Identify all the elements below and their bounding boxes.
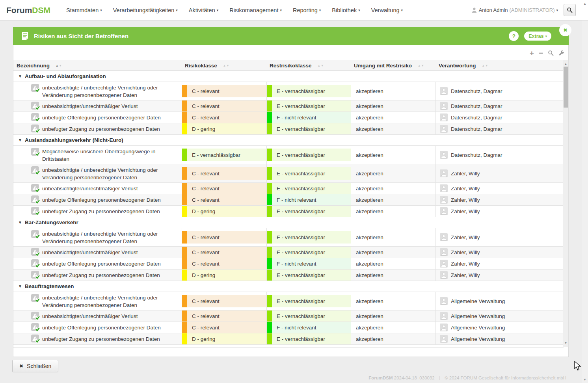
responsible-name: Allgemeine Verwaltung <box>451 325 505 331</box>
handling-label: akzeptieren <box>356 103 383 109</box>
menu-verarbeitungstaetigkeiten[interactable]: Verarbeitungstätigkeiten▾ <box>108 7 183 13</box>
help-button[interactable]: ? <box>509 31 519 41</box>
risk-row[interactable]: unbefugte Offenlegung personenbezogener … <box>13 258 564 270</box>
page-scrollbar[interactable] <box>582 20 588 383</box>
search-icon <box>567 7 573 13</box>
risk-name-cell: unbefugte Offenlegung personenbezogener … <box>13 194 182 205</box>
collapse-caret-icon[interactable]: ▼ <box>18 74 22 78</box>
risk-row[interactable]: Möglicherweise unsichere Übertragungsweg… <box>13 146 564 164</box>
risk-name: unbefugte Offenlegung personenbezogener … <box>42 324 164 331</box>
risk-row[interactable]: unbefugter Zugang zu personenbezogenen D… <box>13 206 564 217</box>
risk-name: unbefugte Offenlegung personenbezogener … <box>42 260 164 268</box>
risk-row[interactable]: unbefugte Offenlegung personenbezogener … <box>13 194 564 206</box>
sort-icon[interactable]: ▲▼ <box>482 64 489 67</box>
residual-risk-label: E - vernachlässigbar <box>272 186 325 192</box>
risk-class-cell: C - relevant <box>182 247 266 258</box>
risk-class-cell: C - relevant <box>182 258 266 269</box>
group-row[interactable]: ▼Aufbau- und Ablauforganisation <box>13 71 564 82</box>
sort-icon[interactable]: ▲▼ <box>56 64 62 67</box>
panel-close-button[interactable]: ✖ <box>559 24 571 36</box>
responsibility-cell: Zahler, Willy <box>435 247 564 258</box>
risk-row[interactable]: unbeabsichtigte / unberechtigte Vernicht… <box>13 228 564 247</box>
risk-class-label: C - relevant <box>187 103 220 109</box>
risk-row[interactable]: unbefugter Zugang zu personenbezogenen D… <box>13 123 564 135</box>
extras-button[interactable]: Extras▾ <box>524 32 551 41</box>
risk-class-color-bar <box>182 167 187 180</box>
risk-row[interactable]: unbefugter Zugang zu personenbezogenen D… <box>13 333 564 345</box>
search-button[interactable] <box>564 4 576 16</box>
handling-label: akzeptieren <box>356 126 383 132</box>
group-row[interactable]: ▼Auslandszahlungsverkehr (Nicht-Euro) <box>13 135 564 146</box>
settings-button[interactable] <box>556 50 567 56</box>
risk-row[interactable]: unbefugte Offenlegung personenbezogener … <box>13 112 564 123</box>
menu-reporting[interactable]: Reporting▾ <box>287 7 326 13</box>
table-header: Bezeichnung▲▼ Risikoklasse▲▼ Restrisikok… <box>13 60 564 71</box>
collapse-caret-icon[interactable]: ▼ <box>18 220 22 225</box>
avatar-icon <box>440 260 448 268</box>
residual-risk-color-bar <box>267 258 272 269</box>
expand-all-button[interactable]: + <box>527 50 536 56</box>
table-scrollbar[interactable]: ▲ ▼ <box>563 60 569 347</box>
residual-risk-label: E - vernachlässigbar <box>272 171 325 177</box>
collapse-all-button[interactable]: − <box>536 50 545 56</box>
handling-label: akzeptieren <box>356 115 383 121</box>
handling-label: akzeptieren <box>356 208 383 214</box>
column-header-risikoklasse[interactable]: Risikoklasse▲▼ <box>182 60 266 71</box>
risk-row[interactable]: unbeabsichtigter/unrechtmäßiger VerlustC… <box>13 183 564 194</box>
app-logo[interactable]: ForumDSM <box>6 6 50 15</box>
menu-aktivitaeten[interactable]: Aktivitäten▾ <box>183 7 224 13</box>
sort-icon[interactable]: ▲▼ <box>318 64 324 67</box>
risk-class-label: C - relevant <box>187 249 220 255</box>
user-icon <box>472 7 477 13</box>
column-header-restrisikoklasse[interactable]: Restrisikoklasse▲▼ <box>266 60 351 71</box>
risk-row[interactable]: unbeabsichtigte / unberechtigte Vernicht… <box>13 82 564 100</box>
avatar-icon <box>440 248 448 256</box>
risk-row[interactable]: unbeabsichtigter/unrechtmäßiger VerlustC… <box>13 247 564 258</box>
menu-risikomanagement[interactable]: Risikomanagement▾ <box>224 7 287 13</box>
column-header-bezeichnung[interactable]: Bezeichnung▲▼ <box>13 60 182 71</box>
group-row[interactable]: ▼Bar-Zahlungsverkehr <box>13 217 564 228</box>
risk-warning-check-icon <box>31 271 40 280</box>
risk-row[interactable]: unbeabsichtigte / unberechtigte Vernicht… <box>13 164 564 183</box>
residual-risk-label: E - vernachlässigbar <box>272 88 325 94</box>
risk-row[interactable]: unbefugter Zugang zu personenbezogenen D… <box>13 270 564 281</box>
menu-bibliothek[interactable]: Bibliothek▾ <box>326 7 365 13</box>
risk-row[interactable]: unbefugte Offenlegung personenbezogener … <box>13 322 564 333</box>
scroll-down-icon[interactable]: ▼ <box>563 341 568 345</box>
handling-label: akzeptieren <box>356 261 383 267</box>
residual-risk-color-bar <box>267 310 272 322</box>
extras-label: Extras <box>528 33 543 39</box>
sort-icon[interactable]: ▲▼ <box>418 64 424 67</box>
column-header-umgang-mit-restrisiko[interactable]: Umgang mit Restrisiko▲▼ <box>351 60 435 71</box>
page-scroll-down-icon[interactable]: ▼ <box>583 378 587 381</box>
responsibility-cell: Allgemeine Verwaltung <box>435 322 564 333</box>
responsible-name: Zahler, Willy <box>451 234 480 240</box>
avatar-icon <box>440 233 448 241</box>
risk-row[interactable]: unbeabsichtigter/unrechtmäßiger VerlustC… <box>13 100 564 112</box>
risk-row[interactable]: unbeabsichtigte / unberechtigte Vernicht… <box>13 292 564 310</box>
risk-name-cell: unbeabsichtigte / unberechtigte Vernicht… <box>13 82 182 100</box>
column-header-verantwortung[interactable]: Verantwortung▲▼ <box>435 60 564 71</box>
filter-search-button[interactable] <box>545 50 556 56</box>
risk-name-cell: unbefugter Zugang zu personenbezogenen D… <box>13 123 182 134</box>
handling-label: akzeptieren <box>356 249 383 255</box>
menu-verwaltung[interactable]: Verwaltung▾ <box>366 7 408 13</box>
collapse-caret-icon[interactable]: ▼ <box>18 284 22 288</box>
group-row[interactable]: ▼Beauftragtenwesen <box>13 281 564 292</box>
responsible-name: Datenschutz, Dagmar <box>451 103 502 109</box>
risk-warning-check-icon <box>31 259 40 268</box>
risk-class-label: C - relevant <box>187 197 220 203</box>
risk-row[interactable]: unbeabsichtigter/unrechtmäßiger VerlustC… <box>13 310 564 322</box>
page-scroll-up-icon[interactable]: ▲ <box>583 2 587 6</box>
residual-handling-cell: akzeptieren <box>351 194 435 205</box>
column-label: Umgang mit Restrisiko <box>354 63 412 69</box>
user-menu[interactable]: Anton Admin (ADMINISTRATOR) ▾ <box>472 7 558 13</box>
menu-stammdaten[interactable]: Stammdaten▾ <box>61 7 108 13</box>
collapse-caret-icon[interactable]: ▼ <box>18 138 22 142</box>
table-scrollbar-thumb[interactable] <box>564 67 568 108</box>
close-view-button[interactable]: ✖ Schließen <box>12 360 58 372</box>
scroll-up-icon[interactable]: ▲ <box>563 62 568 66</box>
responsible-name: Allgemeine Verwaltung <box>451 313 505 319</box>
risk-warning-check-icon <box>31 207 40 216</box>
sort-icon[interactable]: ▲▼ <box>223 64 230 67</box>
